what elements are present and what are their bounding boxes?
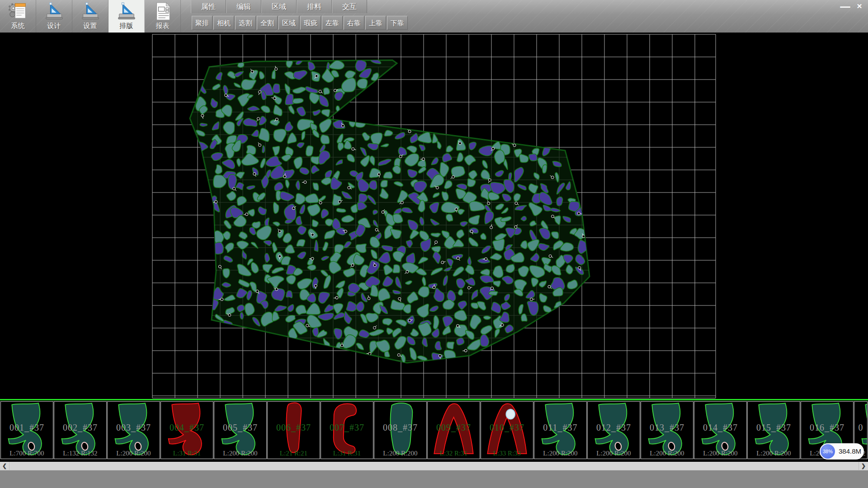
part-label: 004_#37	[161, 422, 213, 433]
action-button-row: 聚排相机选割全割区域瑕疵左靠右靠上靠下靠	[180, 14, 836, 33]
part-lr-count: L:200 R:200	[694, 450, 746, 457]
settings-big-button[interactable]: 设置	[72, 0, 108, 33]
part-label: 016_#37	[801, 422, 853, 433]
set-square-icon	[80, 1, 101, 22]
scroll-right-arrow-icon[interactable]: ❯	[859, 462, 868, 470]
memory-percent-circle: 38%	[821, 444, 835, 459]
system-big-button[interactable]: 系统	[0, 0, 36, 33]
menu-tab-region[interactable]: 区域	[261, 0, 297, 13]
part-thumbnail[interactable]: 014_#37L:200 R:200	[694, 401, 747, 459]
action-button-snap-right[interactable]: 右靠	[344, 16, 364, 30]
strip-divider-line	[0, 399, 868, 400]
window-controls: — ✕	[839, 1, 866, 11]
action-button-select-cut[interactable]: 选割	[235, 16, 256, 30]
menu-tab-interaction[interactable]: 交互	[332, 0, 367, 13]
menu-tab-properties[interactable]: 属性	[191, 0, 226, 13]
part-label: 010_#37	[481, 422, 533, 433]
part-lr-count: L:200 R:200	[588, 450, 640, 457]
part-thumbnail[interactable]: 009_#37L:32 R:31	[427, 401, 480, 459]
parts-thumbnail-strip: 001_#37L:700 R:700002_#37L:132 R:132003_…	[0, 400, 868, 462]
menu-area: 属性编辑区域排料交互 聚排相机选割全割区域瑕疵左靠右靠上靠下靠	[180, 0, 836, 33]
main-toolbar: 系统设计设置排版报表 属性编辑区域排料交互 聚排相机选割全割区域瑕疵左靠右靠上靠…	[0, 0, 868, 33]
report-big-button[interactable]: 报表	[145, 0, 181, 33]
menu-tab-nesting[interactable]: 排料	[297, 0, 332, 13]
big-button-label: 设置	[84, 22, 97, 30]
part-thumbnail[interactable]: 011_#37L:200 R:200	[534, 401, 587, 459]
scroll-left-arrow-icon[interactable]: ❮	[0, 462, 9, 470]
big-tool-buttons: 系统设计设置排版报表	[0, 0, 181, 33]
status-bar	[0, 470, 868, 488]
action-button-snap-bottom[interactable]: 下靠	[387, 16, 408, 30]
part-lr-count: L:200 R:200	[108, 450, 160, 457]
close-button[interactable]: ✕	[853, 1, 866, 11]
action-button-camera[interactable]: 相机	[213, 16, 234, 30]
set-square-icon	[44, 1, 65, 22]
part-lr-count: L:132 R:132	[54, 450, 106, 457]
nesting-canvas-svg	[0, 33, 868, 399]
part-label: 005_#37	[214, 422, 266, 433]
part-label: 002_#37	[54, 422, 106, 433]
design-big-button[interactable]: 设计	[36, 0, 72, 33]
part-label: 007_#37	[321, 422, 373, 433]
part-thumbnail[interactable]: 012_#37L:200 R:200	[587, 401, 640, 459]
action-button-cluster-nest[interactable]: 聚排	[192, 16, 212, 30]
big-button-label: 报表	[156, 22, 170, 30]
nesting-canvas[interactable]	[0, 33, 868, 399]
menu-tab-edit[interactable]: 编辑	[226, 0, 261, 13]
action-button-cut-all[interactable]: 全割	[257, 16, 278, 30]
part-thumbnail[interactable]: 005_#37L:200 R:200	[214, 401, 267, 459]
big-button-label: 系统	[11, 22, 25, 30]
part-thumbnail[interactable]: 004_#37L:31 R:31	[160, 401, 213, 459]
part-lr-count: L:33 R:33	[481, 450, 533, 457]
part-thumbnail[interactable]: 007_#37L:31 R:31	[321, 401, 373, 459]
minimize-button[interactable]: —	[839, 1, 851, 11]
gear-notepad-icon	[8, 1, 28, 22]
big-button-label: 设计	[47, 22, 61, 30]
part-thumbnail[interactable]: 013_#37L:200 R:200	[641, 401, 693, 459]
action-button-snap-top[interactable]: 上靠	[365, 16, 386, 30]
report-icon	[152, 1, 173, 22]
memory-badge[interactable]: 38% 384.8M	[820, 443, 864, 460]
action-button-snap-left[interactable]: 左靠	[322, 16, 343, 30]
part-lr-count: L:32 R:31	[428, 450, 480, 457]
part-label: 015_#37	[748, 422, 800, 433]
part-lr-count: L:31 R:31	[161, 450, 213, 457]
memory-size-text: 384.8M	[839, 443, 861, 460]
part-lr-count: L:200 R:200	[534, 450, 586, 457]
part-thumbnail[interactable]: 006_#37L:21 R:21	[267, 401, 320, 459]
part-thumbnail[interactable]: 015_#37L:200 R:200	[747, 401, 800, 459]
part-label: 014_#37	[694, 422, 746, 433]
part-lr-count: L:31 R:31	[321, 450, 373, 457]
set-square-icon	[116, 1, 137, 22]
layout-big-button[interactable]: 排版	[108, 0, 145, 33]
part-thumbnail[interactable]: 002_#37L:132 R:132	[54, 401, 107, 459]
part-thumbnail[interactable]: 010_#37L:33 R:33	[481, 401, 533, 459]
part-lr-count: L:200 R:200	[748, 450, 800, 457]
part-label: 001_#37	[1, 422, 53, 433]
part-thumbnail[interactable]: 003_#37L:200 R:200	[107, 401, 160, 459]
part-lr-count: L:200 R:200	[214, 450, 266, 457]
part-label: 008_#37	[374, 422, 426, 433]
horizontal-scrollbar[interactable]: ❮ ❯	[0, 462, 868, 470]
part-label: 003_#37	[108, 422, 160, 433]
part-label: 006_#37	[268, 422, 320, 433]
part-lr-count: L:700 R:700	[1, 450, 53, 457]
part-lr-count: L:21 R:21	[268, 450, 320, 457]
part-label: 0	[854, 422, 867, 433]
part-thumbnail[interactable]: 001_#37L:700 R:700	[0, 401, 53, 459]
part-lr-count: L:200 R:200	[641, 450, 693, 457]
part-label: 009_#37	[428, 422, 480, 433]
action-button-region[interactable]: 区域	[278, 16, 299, 30]
part-label: 013_#37	[641, 422, 693, 433]
action-button-defect[interactable]: 瑕疵	[300, 16, 321, 30]
part-label: 012_#37	[588, 422, 640, 433]
part-lr-count: L:200 R:200	[374, 450, 426, 457]
big-button-label: 排版	[120, 22, 133, 30]
menu-tab-row: 属性编辑区域排料交互	[180, 0, 836, 14]
part-label: 011_#37	[534, 422, 586, 433]
part-thumbnail[interactable]: 008_#37L:200 R:200	[374, 401, 427, 459]
